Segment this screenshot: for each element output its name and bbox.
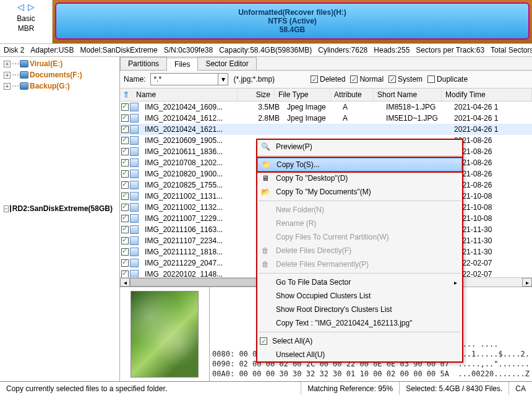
checkbox-icon[interactable] [121, 114, 129, 122]
filter-normal[interactable]: ✓Normal [350, 75, 384, 84]
folder-icon: 📁 [260, 160, 272, 170]
col-short[interactable]: Short Name [374, 89, 442, 101]
filter-ext-label: (*.jpg;*.bmp) [233, 75, 275, 84]
partition-bar[interactable]: Unformatted(Recover files)(H:) NTFS (Act… [55, 2, 530, 40]
table-row[interactable]: IMG_20210424_1609... 3.5MB Jpeg Image A … [120, 102, 532, 113]
partition-size: 58.4GB [280, 25, 305, 34]
drive-icon [20, 82, 28, 90]
file-icon [130, 181, 139, 189]
file-icon [130, 214, 139, 223]
ctx-delete-direct: 🗑Delete Files Directly(F) [257, 244, 462, 257]
ctx-copy-docs[interactable]: 📂Copy To "My Documents"(M) [257, 185, 462, 199]
file-icon [130, 158, 139, 167]
ctx-root-clusters[interactable]: Show Root Directory's Clusters List [257, 303, 462, 316]
status-cap: CA [509, 382, 532, 395]
tabs: Partitions Files Sector Editor [120, 57, 532, 71]
col-type[interactable]: File Type [275, 89, 330, 101]
disk-bar-track: Unformatted(Recover files)(H:) NTFS (Act… [53, 0, 532, 43]
tree-rd2[interactable]: RD2:SanDiskExtreme(58GB) [12, 203, 113, 214]
filter-name-input[interactable] [150, 73, 218, 85]
col-name[interactable]: Name [132, 89, 238, 101]
partition-fs: NTFS (Active) [268, 17, 317, 25]
checkbox-icon[interactable] [121, 126, 129, 133]
checkbox-icon[interactable] [121, 181, 129, 189]
desktop-icon: 🖥 [260, 173, 271, 183]
scroll-right-icon[interactable]: ▸ [522, 278, 532, 287]
file-icon [130, 236, 139, 245]
table-row[interactable]: IMG_20210424_1612... 2.8MB Jpeg Image A … [120, 113, 532, 124]
checkbox-icon[interactable] [121, 237, 129, 244]
file-icon [130, 270, 139, 277]
file-icon [130, 170, 139, 178]
ctx-rename: Rename (R) [257, 217, 462, 230]
check-icon: ✓ [260, 337, 267, 345]
ctx-copy-text[interactable]: Copy Text : "IMG_20210424_162113.jpg" [257, 316, 462, 330]
nav-next-icon[interactable]: ▷ [28, 2, 35, 12]
tab-partitions[interactable]: Partitions [120, 57, 167, 70]
filter-deleted[interactable]: ✓Deleted [311, 75, 345, 84]
ctx-goto-sector[interactable]: Go To File Data Sector▸ [257, 275, 462, 289]
tree-documents[interactable]: Documents(F:) [30, 69, 82, 80]
directory-tree[interactable]: +⋯ Virual(E:) +⋯ Documents(F:) +⋯ Backup… [0, 57, 120, 381]
checkbox-icon[interactable] [121, 148, 129, 155]
file-icon [130, 203, 139, 212]
checkbox-icon[interactable] [121, 137, 129, 144]
preview-thumbnail [131, 291, 199, 378]
disk-meta: ◁ ▷ Basic MBR [0, 0, 53, 43]
tree-virual[interactable]: Virual(E:) [30, 58, 62, 69]
ctx-select-all[interactable]: ✓Select All(A) [257, 334, 462, 348]
ctx-preview[interactable]: 🔍Preview(P) [257, 140, 462, 153]
checkbox-icon[interactable] [121, 159, 129, 166]
checkbox-icon[interactable] [121, 170, 129, 178]
ctx-unselect-all[interactable]: Unselect All(U) [257, 348, 462, 361]
checkbox-icon[interactable] [121, 259, 129, 267]
checkbox-icon[interactable] [121, 215, 129, 222]
file-icon [130, 147, 139, 156]
checkbox-icon[interactable] [121, 270, 129, 277]
checkbox-icon[interactable] [121, 192, 129, 200]
checkbox-icon[interactable] [121, 103, 129, 111]
adapter-info: Disk 2 Adapter:USB Model:SanDiskExtreme … [0, 43, 532, 57]
checkbox-icon[interactable] [121, 226, 129, 233]
col-size[interactable]: Size [238, 89, 275, 101]
col-mod[interactable]: Modify Time [442, 89, 532, 101]
scroll-left-icon[interactable]: ◂ [120, 278, 130, 287]
tab-files[interactable]: Files [166, 58, 198, 71]
checkbox-icon[interactable] [121, 204, 129, 211]
col-attr[interactable]: Attribute [330, 89, 374, 101]
preview-pane [120, 287, 210, 381]
filter-system[interactable]: ✓System [388, 75, 423, 84]
filter-dropdown-icon[interactable]: ▾ [218, 73, 228, 85]
file-icon [130, 192, 139, 201]
nav-prev-icon[interactable]: ◁ [17, 2, 24, 12]
disk-mbr-label: MBR [17, 24, 35, 34]
file-icon [130, 248, 139, 256]
grid-header: ⇑ Name Size File Type Attribute Short Na… [120, 89, 532, 102]
expand-icon[interactable]: + [4, 61, 11, 67]
table-row[interactable]: IMG_20210424_1621... 2021-04-26 1 [120, 124, 532, 135]
ctx-copy-to[interactable]: 📁Copy To(S)... [257, 158, 462, 171]
file-icon [130, 103, 139, 111]
file-icon [130, 136, 139, 145]
folder-icon: 📂 [260, 187, 271, 197]
tab-sector-editor[interactable]: Sector Editor [197, 57, 256, 70]
status-bar: Copy currently selected files to a speci… [0, 381, 532, 395]
disk-basic-label: Basic [17, 14, 35, 24]
up-folder-icon[interactable]: ⇑ [120, 90, 132, 100]
file-icon [130, 114, 139, 123]
checkbox-icon[interactable] [121, 248, 129, 256]
drive-icon [20, 60, 28, 67]
tree-backup[interactable]: Backup(G:) [30, 80, 70, 92]
file-icon [130, 225, 139, 234]
context-menu: 🔍Preview(P) 📁Copy To(S)... 🖥Copy To "Des… [256, 139, 463, 363]
filter-duplicate[interactable]: Duplicate [427, 75, 468, 84]
ctx-occupied-clusters[interactable]: Show Occupied Clusters List [257, 289, 462, 303]
status-match: Matching Reference: 95% [301, 382, 400, 395]
status-hint: Copy currently selected files to a speci… [0, 382, 301, 395]
delete-icon: 🗑 [260, 246, 271, 256]
ctx-delete-perm: 🗑Delete Files Permanently(P) [257, 257, 462, 271]
ctx-new-folder: New Folder(N) [257, 203, 462, 217]
partition-title: Unformatted(Recover files)(H:) [238, 8, 346, 17]
ctx-copy-desktop[interactable]: 🖥Copy To "Desktop"(D) [257, 171, 462, 185]
filter-bar: Name: ▾ (*.jpg;*.bmp) ✓Deleted ✓Normal ✓… [120, 71, 532, 89]
